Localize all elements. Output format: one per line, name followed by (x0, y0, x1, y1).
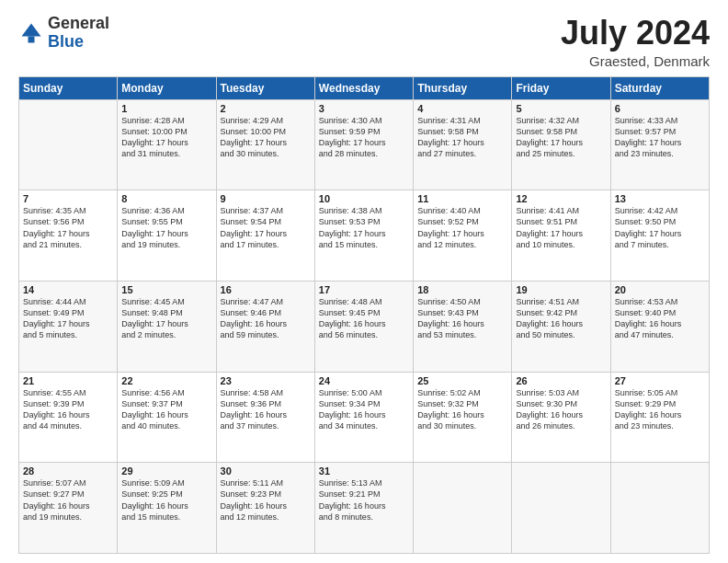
sunset-text: Sunset: 9:29 PM (615, 399, 677, 408)
day-number: 24 (319, 375, 409, 386)
cell-info: Sunrise: 5:07 AMSunset: 9:27 PMDaylight:… (23, 477, 113, 523)
sunrise-text: Sunrise: 4:47 AM (221, 297, 284, 306)
header-thursday: Thursday (414, 76, 512, 99)
daylight-text-2: and 59 minutes. (221, 330, 279, 339)
table-row: 4Sunrise: 4:31 AMSunset: 9:58 PMDaylight… (414, 99, 512, 190)
day-number: 30 (221, 465, 311, 477)
daylight-text-2: and 27 minutes. (417, 149, 476, 158)
daylight-text-2: and 44 minutes. (23, 421, 82, 431)
daylight-text-1: Daylight: 16 hours (615, 319, 682, 328)
day-number: 15 (121, 284, 211, 295)
daylight-text-1: Daylight: 16 hours (221, 319, 288, 328)
table-row: 13Sunrise: 4:42 AMSunset: 9:50 PMDayligh… (610, 190, 709, 282)
svg-rect-1 (28, 36, 35, 42)
daylight-text-1: Daylight: 16 hours (516, 410, 583, 419)
sunset-text: Sunset: 9:55 PM (121, 217, 183, 226)
cell-info: Sunrise: 4:45 AMSunset: 9:48 PMDaylight:… (121, 296, 211, 341)
day-number: 27 (615, 375, 705, 386)
daylight-text-2: and 34 minutes. (319, 421, 378, 431)
day-number: 5 (516, 103, 606, 114)
cell-info: Sunrise: 5:09 AMSunset: 9:25 PMDaylight:… (121, 477, 211, 523)
sunrise-text: Sunrise: 5:03 AM (516, 388, 579, 397)
sunrise-text: Sunrise: 4:48 AM (319, 297, 382, 306)
daylight-text-1: Daylight: 17 hours (615, 138, 682, 147)
sunset-text: Sunset: 9:46 PM (221, 308, 282, 317)
sunrise-text: Sunrise: 5:11 AM (221, 478, 284, 488)
sunset-text: Sunset: 9:40 PM (615, 308, 677, 317)
day-number: 9 (221, 193, 311, 204)
daylight-text-1: Daylight: 17 hours (121, 138, 188, 147)
table-row: 21Sunrise: 4:55 AMSunset: 9:39 PMDayligh… (19, 372, 118, 463)
daylight-text-2: and 56 minutes. (319, 330, 378, 339)
table-row: 5Sunrise: 4:32 AMSunset: 9:58 PMDaylight… (512, 99, 610, 190)
sunset-text: Sunset: 9:21 PM (319, 489, 381, 499)
calendar-week-row: 21Sunrise: 4:55 AMSunset: 9:39 PMDayligh… (19, 372, 710, 463)
table-row: 14Sunrise: 4:44 AMSunset: 9:49 PMDayligh… (19, 281, 118, 372)
table-row: 31Sunrise: 5:13 AMSunset: 9:21 PMDayligh… (314, 463, 413, 554)
calendar-week-row: 14Sunrise: 4:44 AMSunset: 9:49 PMDayligh… (19, 281, 710, 372)
daylight-text-1: Daylight: 16 hours (23, 501, 90, 511)
cell-info: Sunrise: 5:03 AMSunset: 9:30 PMDaylight:… (516, 387, 606, 432)
day-number: 8 (121, 193, 211, 204)
logo-text: General Blue (48, 15, 109, 52)
sunset-text: Sunset: 9:42 PM (516, 308, 577, 317)
day-number: 1 (121, 103, 211, 114)
daylight-text-2: and 23 minutes. (615, 421, 674, 431)
day-number: 20 (615, 284, 705, 295)
daylight-text-2: and 47 minutes. (615, 330, 674, 339)
day-number: 19 (516, 284, 606, 295)
daylight-text-1: Daylight: 17 hours (121, 319, 188, 328)
cell-info: Sunrise: 5:13 AMSunset: 9:21 PMDaylight:… (319, 477, 409, 523)
day-number: 10 (319, 193, 409, 204)
daylight-text-2: and 28 minutes. (319, 149, 378, 158)
cell-info: Sunrise: 5:02 AMSunset: 9:32 PMDaylight:… (417, 387, 507, 432)
location: Graested, Denmark (561, 53, 710, 69)
daylight-text-1: Daylight: 16 hours (417, 410, 484, 419)
daylight-text-1: Daylight: 17 hours (221, 138, 288, 147)
sunrise-text: Sunrise: 5:13 AM (319, 478, 382, 488)
daylight-text-1: Daylight: 16 hours (417, 319, 484, 328)
sunset-text: Sunset: 9:50 PM (615, 217, 677, 226)
sunset-text: Sunset: 9:45 PM (319, 308, 381, 317)
table-row: 10Sunrise: 4:38 AMSunset: 9:53 PMDayligh… (314, 190, 413, 282)
sunrise-text: Sunrise: 5:07 AM (23, 478, 86, 488)
cell-info: Sunrise: 4:38 AMSunset: 9:53 PMDaylight:… (319, 205, 409, 250)
cell-info: Sunrise: 4:51 AMSunset: 9:42 PMDaylight:… (516, 296, 606, 341)
sunset-text: Sunset: 9:36 PM (221, 399, 282, 408)
sunrise-text: Sunrise: 4:58 AM (221, 388, 284, 397)
table-row: 20Sunrise: 4:53 AMSunset: 9:40 PMDayligh… (610, 281, 709, 372)
daylight-text-2: and 23 minutes. (615, 149, 674, 158)
sunset-text: Sunset: 9:51 PM (516, 217, 577, 226)
table-row: 24Sunrise: 5:00 AMSunset: 9:34 PMDayligh… (314, 372, 413, 463)
daylight-text-2: and 8 minutes. (319, 512, 373, 522)
sunrise-text: Sunrise: 4:45 AM (121, 297, 185, 306)
table-row: 28Sunrise: 5:07 AMSunset: 9:27 PMDayligh… (19, 463, 118, 554)
day-number: 28 (23, 465, 113, 477)
sunset-text: Sunset: 10:00 PM (121, 127, 188, 136)
header-friday: Friday (512, 76, 610, 99)
sunrise-text: Sunrise: 4:44 AM (23, 297, 86, 306)
day-number: 23 (221, 375, 311, 386)
table-row (610, 463, 709, 554)
daylight-text-2: and 31 minutes. (121, 149, 180, 158)
sunrise-text: Sunrise: 5:09 AM (121, 478, 185, 488)
table-row: 19Sunrise: 4:51 AMSunset: 9:42 PMDayligh… (512, 281, 610, 372)
sunset-text: Sunset: 9:23 PM (221, 489, 282, 499)
daylight-text-2: and 30 minutes. (417, 421, 476, 431)
header-monday: Monday (118, 76, 216, 99)
sunset-text: Sunset: 10:00 PM (221, 127, 287, 136)
table-row: 16Sunrise: 4:47 AMSunset: 9:46 PMDayligh… (216, 281, 314, 372)
daylight-text-2: and 7 minutes. (615, 240, 669, 249)
daylight-text-2: and 26 minutes. (516, 421, 574, 431)
cell-info: Sunrise: 4:56 AMSunset: 9:37 PMDaylight:… (121, 387, 211, 432)
day-number: 31 (319, 465, 409, 477)
sunrise-text: Sunrise: 4:28 AM (121, 116, 185, 125)
table-row (19, 99, 118, 190)
daylight-text-2: and 37 minutes. (221, 421, 279, 431)
day-number: 16 (221, 284, 311, 295)
sunset-text: Sunset: 9:53 PM (319, 217, 381, 226)
daylight-text-1: Daylight: 16 hours (319, 410, 386, 419)
daylight-text-1: Daylight: 16 hours (221, 410, 288, 419)
day-number: 3 (319, 103, 409, 114)
day-number: 18 (417, 284, 507, 295)
